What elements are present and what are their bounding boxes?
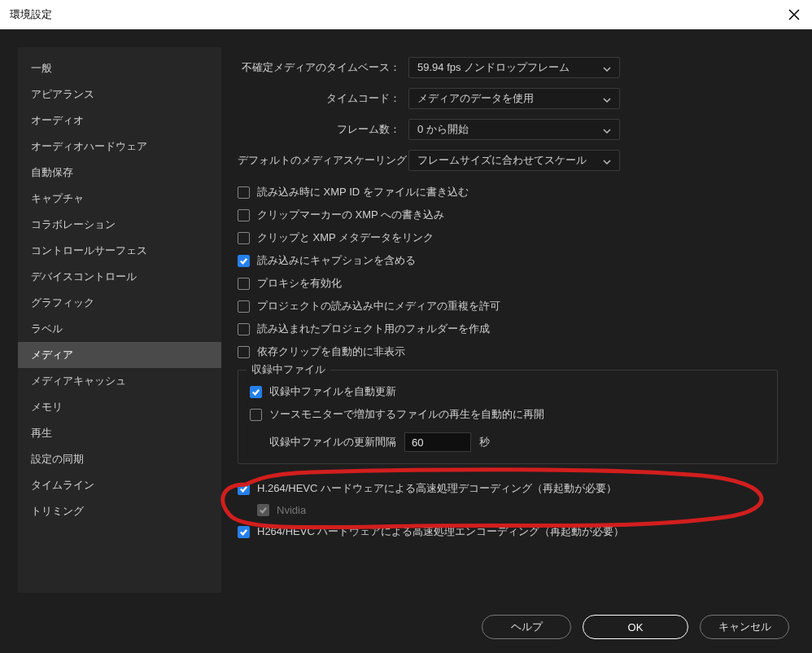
footer: ヘルプ OK キャンセル: [0, 601, 812, 653]
sidebar-item-trim[interactable]: トリミング: [18, 498, 221, 524]
window-title: 環境設定: [10, 7, 52, 22]
hw-decode-nvidia-label: Nvidia: [277, 504, 306, 516]
clip-marker-xmp-checkbox[interactable]: [238, 209, 250, 221]
auto-hide-dep-label: 依存クリップを自動的に非表示: [257, 344, 405, 359]
sidebar-item-label: トリミング: [31, 505, 84, 517]
create-folder-checkbox[interactable]: [238, 323, 250, 335]
timebase-value: 59.94 fps ノンドロップフレーム: [417, 60, 570, 75]
framecount-value: 0 から開始: [417, 122, 469, 137]
clip-marker-xmp-label: クリップマーカーの XMP への書き込み: [257, 208, 444, 222]
sidebar-item-general[interactable]: 一般: [18, 55, 221, 81]
refresh-interval-unit: 秒: [479, 435, 490, 449]
sidebar-item-autosave[interactable]: 自動保存: [18, 160, 221, 186]
close-button[interactable]: [784, 5, 804, 24]
sidebar-item-collaboration[interactable]: コラボレーション: [18, 212, 221, 238]
framecount-select[interactable]: 0 から開始: [408, 119, 620, 140]
sidebar-item-label: コラボレーション: [31, 218, 116, 230]
sidebar-item-label: オーディオハードウェア: [31, 140, 147, 152]
refresh-interval-label: 収録中ファイルの更新間隔: [269, 435, 396, 449]
include-captions-label: 読み込みにキャプションを含める: [257, 253, 416, 268]
sidebar: 一般 アピアランス オーディオ オーディオハードウェア 自動保存 キャプチャ コ…: [18, 47, 221, 593]
ok-button[interactable]: OK: [583, 615, 688, 639]
sidebar-item-label: アピアランス: [31, 88, 94, 100]
sidebar-item-control-surface[interactable]: コントロールサーフェス: [18, 238, 221, 264]
link-xmp-checkbox[interactable]: [238, 232, 250, 244]
allow-dup-checkbox[interactable]: [238, 300, 250, 313]
link-xmp-label: クリップと XMP メタデータをリンク: [257, 230, 434, 245]
help-button-label: ヘルプ: [511, 620, 543, 634]
sidebar-item-capture[interactable]: キャプチャ: [18, 186, 221, 212]
ingest-legend: 収録中ファイル: [247, 362, 330, 377]
hw-decode-checkbox[interactable]: [238, 483, 250, 495]
sidebar-item-timeline[interactable]: タイムライン: [18, 472, 221, 498]
sidebar-item-labels[interactable]: ラベル: [18, 316, 221, 342]
sidebar-item-label: グラフィック: [31, 296, 94, 309]
timecode-value: メディアのデータを使用: [417, 91, 534, 106]
sidebar-item-label: コントロールサーフェス: [31, 244, 147, 256]
sidebar-item-label: デバイスコントロール: [31, 270, 137, 283]
timecode-select[interactable]: メディアのデータを使用: [408, 88, 620, 109]
sidebar-item-label: ラベル: [31, 322, 63, 335]
hw-decode-nvidia-checkbox: [257, 504, 269, 516]
sidebar-item-audio[interactable]: オーディオ: [18, 107, 221, 134]
sidebar-item-label: 再生: [31, 427, 52, 439]
sidebar-item-media[interactable]: メディア: [18, 342, 221, 368]
sidebar-item-sync-settings[interactable]: 設定の同期: [18, 446, 221, 472]
sidebar-item-label: オーディオ: [31, 114, 84, 126]
hw-encode-label: H264/HEVC ハードウェアによる高速処理エンコーディング（再起動が必要）: [257, 524, 624, 539]
cancel-button-label: キャンセル: [718, 620, 771, 634]
ok-button-label: OK: [628, 621, 644, 633]
hw-encode-checkbox[interactable]: [238, 526, 250, 538]
auto-resume-checkbox[interactable]: [250, 409, 262, 421]
sidebar-item-memory[interactable]: メモリ: [18, 394, 221, 420]
timebase-select[interactable]: 59.94 fps ノンドロップフレーム: [408, 57, 620, 78]
scaling-value: フレームサイズに合わせてスケール: [417, 153, 587, 168]
xmp-write-checkbox[interactable]: [238, 186, 250, 199]
cancel-button[interactable]: キャンセル: [700, 615, 789, 639]
hw-decode-label: H.264/HEVC ハードウェアによる高速処理デコーディング（再起動が必要）: [257, 481, 617, 496]
framecount-label: フレーム数：: [238, 122, 400, 137]
sidebar-item-label: 一般: [31, 62, 52, 74]
enable-proxy-checkbox[interactable]: [238, 278, 250, 290]
timecode-label: タイムコード：: [238, 91, 400, 106]
help-button[interactable]: ヘルプ: [482, 615, 571, 639]
main-panel: 不確定メディアのタイムベース： 59.94 fps ノンドロップフレーム タイム…: [221, 47, 794, 593]
auto-refresh-label: 収録中ファイルを自動更新: [269, 384, 396, 399]
sidebar-item-label: メディアキャッシュ: [31, 375, 126, 387]
auto-hide-dep-checkbox[interactable]: [238, 346, 250, 358]
sidebar-item-graphics[interactable]: グラフィック: [18, 290, 221, 316]
preferences-window: 環境設定 一般 アピアランス オーディオ オーディオハードウェア 自動保存 キャ…: [0, 0, 812, 653]
enable-proxy-label: プロキシを有効化: [257, 276, 342, 291]
client-area: 一般 アピアランス オーディオ オーディオハードウェア 自動保存 キャプチャ コ…: [0, 29, 812, 601]
auto-refresh-checkbox[interactable]: [250, 386, 262, 398]
ingest-group: 収録中ファイル 収録中ファイルを自動更新 ソースモニターで増加するファイルの再生…: [238, 370, 778, 464]
scaling-label: デフォルトのメディアスケーリング：: [238, 153, 400, 168]
chevron-down-icon: [603, 124, 611, 136]
allow-dup-label: プロジェクトの読み込み中にメディアの重複を許可: [257, 299, 500, 313]
scaling-select[interactable]: フレームサイズに合わせてスケール: [408, 150, 620, 171]
create-folder-label: 読み込まれたプロジェクト用のフォルダーを作成: [257, 322, 490, 336]
titlebar: 環境設定: [0, 0, 812, 29]
sidebar-item-appearance[interactable]: アピアランス: [18, 81, 221, 107]
sidebar-item-label: 自動保存: [31, 166, 73, 178]
sidebar-item-device-control[interactable]: デバイスコントロール: [18, 264, 221, 290]
sidebar-item-audio-hardware[interactable]: オーディオハードウェア: [18, 134, 221, 160]
include-captions-checkbox[interactable]: [238, 255, 250, 267]
sidebar-item-label: タイムライン: [31, 479, 94, 491]
sidebar-item-label: キャプチャ: [31, 192, 84, 204]
sidebar-item-label: メモリ: [31, 401, 63, 413]
chevron-down-icon: [603, 62, 611, 74]
chevron-down-icon: [603, 93, 611, 105]
sidebar-item-playback[interactable]: 再生: [18, 420, 221, 446]
timebase-label: 不確定メディアのタイムベース：: [238, 60, 400, 75]
xmp-write-label: 読み込み時に XMP ID をファイルに書き込む: [257, 185, 469, 199]
sidebar-item-label: メディア: [31, 348, 73, 361]
refresh-interval-input[interactable]: [404, 432, 471, 452]
close-icon: [788, 9, 800, 20]
chevron-down-icon: [603, 155, 611, 167]
sidebar-item-label: 設定の同期: [31, 453, 84, 465]
auto-resume-label: ソースモニターで増加するファイルの再生を自動的に再開: [269, 407, 544, 422]
sidebar-item-media-cache[interactable]: メディアキャッシュ: [18, 368, 221, 394]
